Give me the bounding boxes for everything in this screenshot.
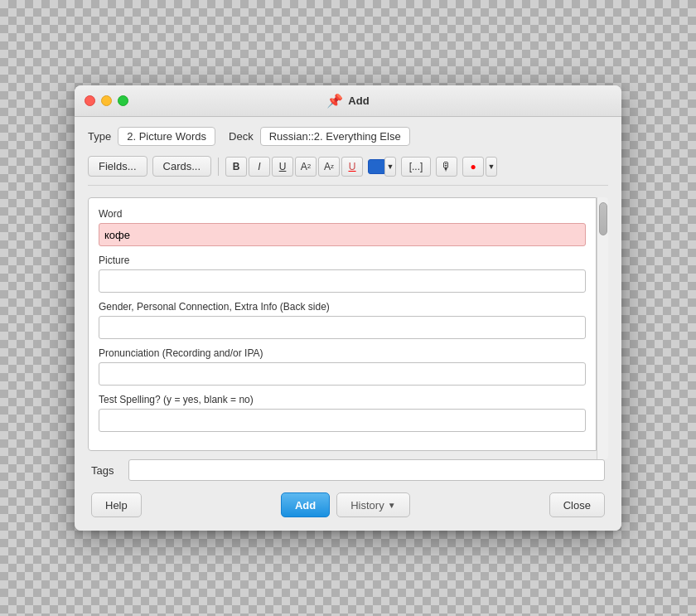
word-label: Word <box>99 208 586 220</box>
window-title-text: Add <box>348 95 369 107</box>
center-buttons: Add History ▼ <box>281 492 410 517</box>
pronunciation-input[interactable] <box>99 362 586 386</box>
fields-button[interactable]: Fields... <box>88 156 147 177</box>
titlebar: 📌 Add <box>75 85 621 117</box>
picture-input[interactable] <box>99 269 586 293</box>
form-container: Word Picture Gender, Personal Connection… <box>88 197 608 459</box>
underline-button[interactable]: U <box>272 157 293 177</box>
word-field-group: Word <box>99 208 586 246</box>
pronunciation-field-group: Pronunciation (Recording and/or IPA) <box>99 347 586 386</box>
mic-button[interactable]: 🎙 <box>436 157 457 177</box>
history-button[interactable]: History ▼ <box>336 492 409 517</box>
window-title: 📌 Add <box>326 93 369 109</box>
tags-row: Tags <box>88 459 608 481</box>
form-fields: Word Picture Gender, Personal Connection… <box>99 208 586 432</box>
type-label: Type <box>88 130 111 143</box>
underline-color-button[interactable]: U <box>341 157 363 177</box>
superscript-down-button[interactable]: Az <box>318 157 340 177</box>
scrollbar-thumb[interactable] <box>599 202 607 235</box>
type-deck-row: Type 2. Picture Words Deck Russian::2. E… <box>88 127 608 146</box>
maximize-window-button[interactable] <box>118 95 128 106</box>
gender-input[interactable] <box>99 316 586 339</box>
scrollbar[interactable] <box>597 197 608 459</box>
italic-button[interactable]: I <box>249 157 270 177</box>
main-window: 📌 Add Type 2. Picture Words Deck Russian… <box>75 85 621 531</box>
color-group: ▼ <box>368 157 396 177</box>
deck-label: Deck <box>229 130 254 143</box>
word-input[interactable] <box>99 223 586 246</box>
picture-field-group: Picture <box>99 255 586 293</box>
pronunciation-label: Pronunciation (Recording and/or IPA) <box>99 347 586 359</box>
tags-input[interactable] <box>128 459 605 481</box>
toolbar-dropdown-button[interactable]: ▼ <box>486 157 497 177</box>
deck-badge[interactable]: Russian::2. Everything Else <box>260 127 410 146</box>
title-pin-icon: 📌 <box>326 93 343 109</box>
test-spelling-field-group: Test Spelling? (y = yes, blank = no) <box>99 394 586 432</box>
history-label: History <box>350 499 384 512</box>
record-button[interactable]: ● <box>462 157 484 177</box>
format-group: B I U A2 Az U <box>225 157 363 177</box>
type-badge[interactable]: 2. Picture Words <box>118 127 215 146</box>
brackets-button[interactable]: [...] <box>401 157 431 177</box>
toolbar-row: Fields... Cards... B I U A2 Az U ▼ <box>88 156 608 186</box>
superscript-up-button[interactable]: A2 <box>295 157 317 177</box>
add-button[interactable]: Add <box>281 492 330 517</box>
minimize-window-button[interactable] <box>101 95 112 106</box>
cards-button[interactable]: Cards... <box>152 156 212 177</box>
form-area: Word Picture Gender, Personal Connection… <box>88 197 597 451</box>
window-content: Type 2. Picture Words Deck Russian::2. E… <box>75 117 621 531</box>
gender-label: Gender, Personal Connection, Extra Info … <box>99 301 586 313</box>
gender-field-group: Gender, Personal Connection, Extra Info … <box>99 301 586 339</box>
color-dropdown-button[interactable]: ▼ <box>384 157 396 177</box>
help-button[interactable]: Help <box>91 492 142 517</box>
button-bar: Help Add History ▼ Close <box>88 492 608 517</box>
history-arrow-icon: ▼ <box>388 501 396 510</box>
toolbar-separator-1 <box>218 158 219 176</box>
bold-button[interactable]: B <box>225 157 247 177</box>
test-spelling-input[interactable] <box>99 409 586 432</box>
close-window-button[interactable] <box>85 95 95 106</box>
traffic-lights <box>85 95 128 106</box>
color-picker-button[interactable] <box>368 159 386 174</box>
picture-label: Picture <box>99 255 586 266</box>
tags-label: Tags <box>91 464 120 477</box>
close-button[interactable]: Close <box>549 492 605 517</box>
test-spelling-label: Test Spelling? (y = yes, blank = no) <box>99 394 586 405</box>
